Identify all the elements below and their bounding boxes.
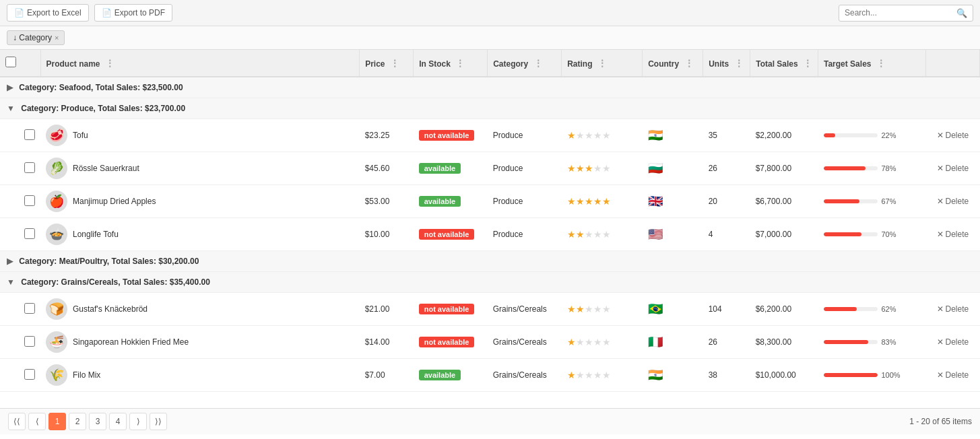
row-checkbox-cell[interactable]	[0, 359, 40, 392]
row-category: Grains/Cereals	[488, 326, 562, 359]
row-country: 🇮🇹	[643, 326, 703, 359]
page-4-button[interactable]: 4	[109, 413, 127, 430]
close-icon: ✕	[937, 337, 944, 347]
row-product-cell: 🥬 Rössle Sauerkraut	[40, 152, 360, 185]
row-delete-cell[interactable]: ✕ Delete	[926, 152, 980, 185]
delete-button[interactable]: ✕ Delete	[932, 302, 975, 316]
group-row[interactable]: ▶ Category: Seafood, Total Sales: $23,50…	[0, 77, 980, 98]
page-3-button[interactable]: 3	[89, 413, 106, 430]
group-label: Category: Produce, Total Sales: $23,700.…	[21, 104, 185, 113]
table-header-row: Product name ⋮ Price ⋮ In Stock ⋮ Catego…	[0, 50, 980, 77]
export-excel-button[interactable]: 📄 Export to Excel	[7, 4, 89, 22]
delete-label: Delete	[946, 304, 969, 314]
row-checkbox-cell[interactable]	[0, 293, 40, 326]
row-units: 20	[703, 185, 750, 218]
col-menu-product[interactable]: ⋮	[105, 58, 115, 69]
row-checkbox[interactable]	[24, 303, 35, 314]
pagination-bar: ⟨⟨ ⟨ 1 2 3 4 ⟩ ⟩⟩ 1 - 20 of 65 items	[0, 408, 980, 434]
star-rating: ★★★★★	[567, 196, 611, 207]
row-checkbox[interactable]	[24, 195, 35, 206]
instock-badge: available	[419, 163, 461, 174]
col-menu-total-sales[interactable]: ⋮	[803, 58, 812, 69]
group-toggle-icon: ▼	[7, 277, 15, 287]
delete-button[interactable]: ✕ Delete	[932, 368, 975, 382]
row-checkbox[interactable]	[24, 162, 35, 173]
row-units: 38	[703, 359, 750, 392]
page-2-button[interactable]: 2	[69, 413, 86, 430]
col-menu-instock[interactable]: ⋮	[455, 58, 465, 69]
page-next-button[interactable]: ⟩	[129, 413, 147, 430]
data-table: Product name ⋮ Price ⋮ In Stock ⋮ Catego…	[0, 50, 980, 392]
row-checkbox-cell[interactable]	[0, 326, 40, 359]
row-rating: ★★★★★	[562, 185, 643, 218]
export-pdf-button[interactable]: 📄 Export to PDF	[94, 4, 172, 22]
page-1-button[interactable]: 1	[48, 413, 66, 430]
row-product-cell: 🍎 Manjimup Dried Apples	[40, 185, 360, 218]
product-image: 🍎	[46, 191, 67, 212]
delete-button[interactable]: ✕ Delete	[932, 228, 975, 241]
filter-tag-label: ↓ Category	[13, 33, 52, 42]
filter-tag-close[interactable]: ×	[55, 34, 59, 42]
group-row[interactable]: ▼ Category: Produce, Total Sales: $23,70…	[0, 98, 980, 119]
row-checkbox[interactable]	[24, 336, 35, 347]
row-delete-cell[interactable]: ✕ Delete	[926, 119, 980, 152]
progress-bar-fill	[824, 166, 865, 170]
row-price: $23.25	[360, 119, 414, 152]
row-delete-cell[interactable]: ✕ Delete	[926, 293, 980, 326]
delete-button[interactable]: ✕ Delete	[932, 335, 975, 349]
col-menu-price[interactable]: ⋮	[390, 58, 399, 69]
col-menu-units[interactable]: ⋮	[734, 58, 744, 69]
row-checkbox-cell[interactable]	[0, 185, 40, 218]
row-checkbox-cell[interactable]	[0, 218, 40, 251]
select-all-col	[0, 50, 40, 77]
search-box[interactable]: 🔍	[839, 5, 973, 22]
row-delete-cell[interactable]: ✕ Delete	[926, 359, 980, 392]
col-menu-category[interactable]: ⋮	[533, 58, 543, 69]
row-checkbox[interactable]	[24, 228, 35, 239]
col-actions	[926, 50, 980, 77]
close-icon: ✕	[937, 370, 944, 380]
row-product-cell: 🍲 Longlife Tofu	[40, 218, 360, 251]
select-all-checkbox[interactable]	[5, 57, 16, 67]
row-rating: ★★★★★	[562, 152, 643, 185]
delete-button[interactable]: ✕ Delete	[932, 195, 975, 208]
country-flag: 🇧🇬	[648, 162, 663, 175]
row-delete-cell[interactable]: ✕ Delete	[926, 185, 980, 218]
row-units: 104	[703, 293, 750, 326]
progress-bar-bg	[824, 340, 878, 344]
row-checkbox[interactable]	[24, 369, 35, 380]
page-first-button[interactable]: ⟨⟨	[8, 413, 26, 430]
row-delete-cell[interactable]: ✕ Delete	[926, 326, 980, 359]
page-last-button[interactable]: ⟩⟩	[150, 413, 167, 430]
col-menu-target-sales[interactable]: ⋮	[876, 58, 886, 69]
col-menu-rating[interactable]: ⋮	[597, 58, 607, 69]
row-category: Produce	[488, 152, 562, 185]
row-price: $14.00	[360, 326, 414, 359]
row-target-sales: 70%	[818, 218, 926, 251]
country-flag: 🇺🇸	[648, 228, 663, 241]
row-instock: available	[414, 185, 488, 218]
table-wrapper: Product name ⋮ Price ⋮ In Stock ⋮ Catego…	[0, 50, 980, 408]
row-price: $7.00	[360, 359, 414, 392]
progress-bar-bg	[824, 373, 878, 377]
delete-button[interactable]: ✕ Delete	[932, 129, 975, 142]
excel-icon: 📄	[14, 8, 24, 18]
row-checkbox[interactable]	[24, 129, 35, 140]
category-filter-tag[interactable]: ↓ Category ×	[7, 30, 65, 45]
row-checkbox-cell[interactable]	[0, 119, 40, 152]
search-input[interactable]	[845, 8, 956, 18]
row-checkbox-cell[interactable]	[0, 152, 40, 185]
table-row: 🍞 Gustaf's Knäckebröd $21.00 not availab…	[0, 293, 980, 326]
group-row[interactable]: ▶ Category: Meat/Poultry, Total Sales: $…	[0, 251, 980, 272]
row-instock: not available	[414, 218, 488, 251]
page-prev-button[interactable]: ⟨	[28, 413, 46, 430]
group-row[interactable]: ▼ Category: Grains/Cereals, Total Sales:…	[0, 272, 980, 293]
row-delete-cell[interactable]: ✕ Delete	[926, 218, 980, 251]
delete-button[interactable]: ✕ Delete	[932, 162, 975, 175]
pagination-info: 1 - 20 of 65 items	[909, 417, 972, 426]
star-rating: ★★★★★	[567, 130, 611, 141]
col-menu-country[interactable]: ⋮	[684, 58, 694, 69]
row-instock: not available	[414, 326, 488, 359]
row-total-sales: $7,000.00	[750, 218, 818, 251]
close-icon: ✕	[937, 197, 944, 206]
